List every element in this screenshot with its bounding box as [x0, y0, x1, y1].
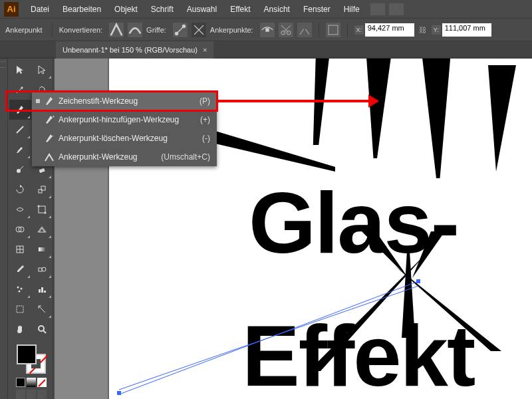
free-transform-tool[interactable] — [31, 200, 53, 219]
artboard-tool[interactable] — [9, 299, 31, 319]
y-field: Y: 111,007 mm — [432, 23, 491, 37]
selection-tool[interactable] — [9, 60, 31, 80]
paintbrush-tool-icon — [15, 144, 25, 155]
isolate-icon — [326, 23, 340, 37]
svg-rect-38 — [117, 391, 121, 395]
draw-normal-icon[interactable] — [16, 390, 25, 399]
link-xy-icon[interactable]: ⛓ — [418, 23, 428, 37]
svg-rect-16 — [39, 206, 45, 213]
rotate-tool-icon — [15, 184, 25, 195]
color-mode-icon[interactable] — [16, 378, 25, 387]
pen-minus-icon: - — [44, 133, 55, 144]
svg-point-17 — [37, 205, 39, 207]
zoom-tool[interactable] — [31, 319, 53, 339]
convert-corner-button[interactable] — [109, 23, 124, 37]
artwork-word-1: Glas- — [249, 173, 458, 273]
mesh-tool-icon — [15, 244, 25, 255]
options-anchors-label: Ankerpunkte: — [210, 26, 253, 34]
svg-point-34 — [39, 326, 44, 331]
paintbrush-tool[interactable] — [9, 140, 31, 160]
fill-stroke-swatch[interactable] — [17, 344, 46, 374]
flyout-item-shortcut: (+) — [200, 115, 210, 124]
perspective-grid-tool-icon — [37, 224, 47, 235]
shape-builder-tool[interactable] — [9, 219, 31, 239]
menu-select[interactable]: Auswahl — [180, 2, 223, 17]
flyout-item-delete-anchor[interactable]: - Ankerpunkt-löschen-Werkzeug (-) — [32, 129, 217, 148]
svg-rect-25 — [39, 268, 42, 271]
draw-inside-icon[interactable] — [37, 390, 47, 399]
corner-icon — [109, 23, 124, 37]
menu-help[interactable]: Hilfe — [337, 2, 366, 17]
gradient-mode-icon[interactable] — [27, 378, 36, 387]
hand-tool-icon — [15, 324, 25, 334]
hand-tool[interactable] — [9, 319, 31, 339]
svg-rect-8 — [329, 25, 338, 35]
menu-edit[interactable]: Bearbeiten — [56, 2, 108, 17]
menu-type[interactable]: Schrift — [144, 2, 180, 17]
menu-effect[interactable]: Effekt — [223, 2, 257, 17]
gradient-tool[interactable] — [31, 239, 53, 259]
blend-tool-icon — [37, 264, 47, 275]
anchor-remove-button[interactable] — [260, 23, 275, 37]
column-graph-tool[interactable] — [31, 279, 53, 299]
eyedropper-tool-icon — [15, 264, 25, 275]
document-tab[interactable]: Unbenannt-1* bei 150 % (RGB/Vorschau) × — [56, 41, 213, 59]
svg-line-2 — [176, 26, 184, 33]
blob-brush-tool[interactable] — [9, 160, 31, 180]
anchor-remove-icon — [260, 23, 275, 37]
line-segment-tool-icon — [15, 124, 25, 135]
anchor-connect-button[interactable] — [297, 23, 312, 37]
menubar-extra-1[interactable] — [370, 3, 385, 15]
document-tab-strip: Unbenannt-1* bei 150 % (RGB/Vorschau) × — [0, 41, 532, 59]
isolate-button[interactable] — [326, 23, 340, 37]
y-label-icon: Y: — [432, 25, 441, 35]
svg-point-18 — [44, 212, 46, 214]
symbol-sprayer-tool[interactable] — [9, 279, 31, 299]
handles-hide-button[interactable] — [192, 23, 206, 37]
options-tool-label: Ankerpunkt — [5, 26, 43, 34]
perspective-grid-tool[interactable] — [31, 219, 53, 239]
anchor-cut-button[interactable] — [279, 23, 293, 37]
svg-point-26 — [42, 267, 46, 271]
shape-builder-tool-icon — [15, 224, 25, 235]
eyedropper-tool[interactable] — [9, 259, 31, 279]
scale-tool[interactable] — [31, 180, 53, 200]
flyout-item-convert-anchor[interactable]: Ankerpunkt-Werkzeug (Umschalt+C) — [32, 148, 217, 166]
slice-tool-icon — [37, 304, 47, 315]
x-label-icon: X: — [354, 25, 364, 35]
menu-object[interactable]: Objekt — [108, 2, 144, 17]
annotation-arrow — [217, 100, 378, 102]
mesh-tool[interactable] — [9, 239, 31, 259]
menu-file[interactable]: Datei — [24, 2, 56, 17]
blend-tool[interactable] — [31, 259, 53, 279]
menu-window[interactable]: Fenster — [297, 2, 337, 17]
svg-rect-31 — [41, 287, 43, 293]
options-convert-label: Konvertieren: — [59, 26, 102, 34]
width-tool[interactable] — [9, 200, 31, 219]
line-segment-tool[interactable] — [9, 120, 31, 140]
slice-tool[interactable] — [31, 299, 53, 319]
close-icon[interactable]: × — [203, 46, 207, 54]
svg-point-28 — [21, 288, 23, 290]
handles-icon — [173, 23, 188, 37]
draw-behind-icon[interactable] — [27, 390, 36, 399]
svg-rect-39 — [416, 279, 420, 283]
direct-selection-tool[interactable] — [31, 60, 53, 80]
menubar-extra-2[interactable] — [389, 3, 404, 15]
fill-swatch[interactable] — [17, 344, 37, 364]
rotate-tool[interactable] — [9, 180, 31, 200]
direct-selection-tool-icon — [37, 65, 47, 75]
x-input[interactable]: 94,427 mm — [365, 23, 414, 37]
flyout-item-add-anchor[interactable]: + Ankerpunkt-hinzufügen-Werkzeug (+) — [32, 110, 217, 129]
artwork-word-2: Effekt — [242, 306, 474, 399]
handles-show-button[interactable] — [173, 23, 188, 37]
svg-rect-24 — [39, 247, 45, 251]
convert-smooth-button[interactable] — [128, 23, 142, 37]
svg-point-27 — [17, 287, 19, 289]
menu-view[interactable]: Ansicht — [257, 2, 297, 17]
column-graph-tool-icon — [37, 284, 47, 295]
y-input[interactable]: 111,007 mm — [442, 23, 491, 37]
smooth-icon — [128, 23, 142, 37]
shard — [422, 59, 458, 178]
none-mode-icon[interactable] — [37, 378, 47, 387]
